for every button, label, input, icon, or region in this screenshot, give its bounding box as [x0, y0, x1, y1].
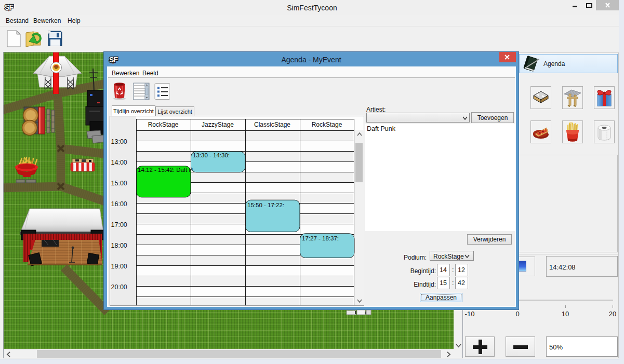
svg-text:14:12 - 15:42: Daft P: 14:12 - 15:42: Daft P	[138, 166, 193, 172]
svg-text:17:27 - 18:37:: 17:27 - 18:37:	[302, 235, 339, 241]
svg-text:13:30 - 14:30:: 13:30 - 14:30:	[193, 152, 230, 158]
svg-text:15:50 - 17:22:: 15:50 - 17:22:	[247, 201, 284, 208]
